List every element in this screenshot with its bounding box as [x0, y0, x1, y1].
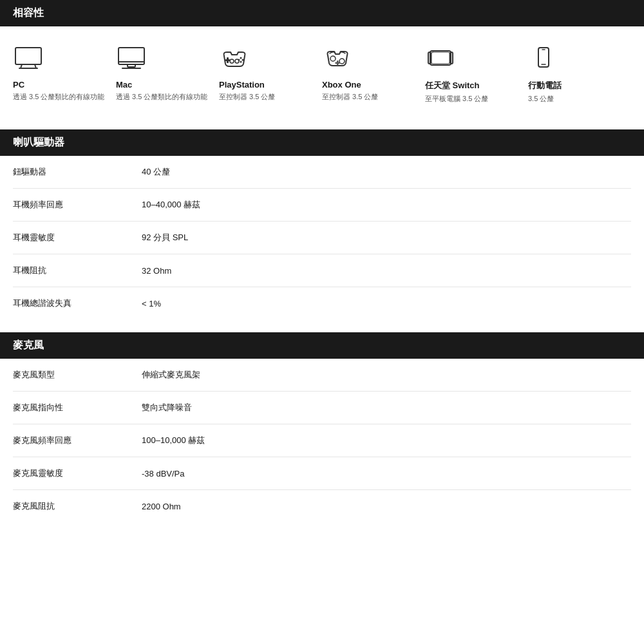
svg-point-10 [240, 57, 242, 59]
compat-desc-ps: 至控制器 3.5 公釐 [219, 92, 275, 102]
speaker-driver-section: 喇叭驅動器 鈕驅動器 40 公釐 耳機頻率回應 10–40,000 赫茲 耳機靈… [0, 129, 644, 319]
compat-name-mobile: 行動電話 [528, 80, 562, 91]
svg-point-11 [242, 59, 244, 61]
speaker-specs: 鈕驅動器 40 公釐 耳機頻率回應 10–40,000 赫茲 耳機靈敏度 92 … [0, 156, 644, 319]
compat-name-xbox: Xbox One [322, 80, 361, 90]
spec-label-driver: 鈕驅動器 [13, 166, 142, 178]
spec-value-driver: 40 公釐 [142, 166, 170, 178]
spec-value-thd: < 1% [142, 299, 161, 308]
ps-icon [219, 46, 250, 73]
svg-point-17 [339, 59, 345, 64]
microphone-header: 麥克風 [0, 332, 644, 359]
svg-rect-0 [15, 48, 41, 64]
spec-row-freq: 耳機頻率回應 10–40,000 赫茲 [13, 189, 631, 222]
compat-name-ps: PlayStation [219, 80, 265, 90]
spec-row-mic-type: 麥克風類型 伸縮式麥克風架 [13, 359, 631, 392]
spec-row-thd: 耳機總諧波失真 < 1% [13, 287, 631, 319]
compat-item-ps: PlayStation 至控制器 3.5 公釐 [219, 46, 322, 104]
compat-item-xbox: Xbox One 至控制器 3.5 公釐 [322, 46, 425, 104]
switch-icon [425, 46, 456, 73]
svg-rect-20 [430, 51, 451, 65]
spec-value-mic-type: 伸縮式麥克風架 [142, 369, 200, 381]
compat-item-mobile: 行動電話 3.5 公釐 [528, 46, 631, 104]
spec-label-mic-imp: 麥克風阻抗 [13, 500, 142, 512]
spec-label-impedance: 耳機阻抗 [13, 265, 142, 276]
mobile-icon [528, 46, 559, 73]
spec-value-mic-imp: 2200 Ohm [142, 502, 181, 511]
spec-row-sensitivity: 耳機靈敏度 92 分貝 SPL [13, 222, 631, 254]
svg-point-14 [230, 59, 234, 63]
svg-point-15 [235, 59, 239, 63]
xbox-icon [322, 46, 353, 73]
gap2 [0, 319, 644, 332]
compat-name-mac: Mac [116, 80, 132, 90]
spec-row-mic-sens: 麥克風靈敏度 -38 dBV/Pa [13, 457, 631, 490]
speaker-driver-header: 喇叭驅動器 [0, 129, 644, 156]
compatibility-header: 相容性 [0, 0, 644, 26]
mac-icon [116, 46, 147, 73]
spec-row-mic-freq: 麥克風頻率回應 100–10,000 赫茲 [13, 424, 631, 457]
compat-desc-pc: 透過 3.5 公釐類比的有線功能 [13, 92, 104, 102]
compatibility-section: 相容性 PC 透過 3.5 公釐類比的有線功能 [0, 0, 644, 117]
compat-item-switch: 任天堂 Switch 至平板電腦 3.5 公釐 [425, 46, 528, 104]
spec-label-mic-type: 麥克風類型 [13, 369, 142, 381]
compat-name-switch: 任天堂 Switch [425, 80, 480, 91]
spec-value-impedance: 32 Ohm [142, 266, 171, 276]
spec-label-freq: 耳機頻率回應 [13, 199, 142, 211]
spec-value-mic-polar: 雙向式降噪音 [142, 402, 192, 413]
compat-desc-switch: 至平板電腦 3.5 公釐 [425, 94, 488, 104]
spec-row-impedance: 耳機阻抗 32 Ohm [13, 254, 631, 287]
spec-row-mic-imp: 麥克風阻抗 2200 Ohm [13, 490, 631, 522]
spec-label-thd: 耳機總諧波失真 [13, 298, 142, 309]
spec-label-mic-freq: 麥克風頻率回應 [13, 435, 142, 446]
compat-desc-mac: 透過 3.5 公釐類比的有線功能 [116, 92, 207, 102]
spec-value-sensitivity: 92 分貝 SPL [142, 232, 188, 243]
mic-specs: 麥克風類型 伸縮式麥克風架 麥克風指向性 雙向式降噪音 麥克風頻率回應 100–… [0, 359, 644, 522]
compatibility-grid: PC 透過 3.5 公釐類比的有線功能 Mac 透過 3.5 公釐類比的有線功能 [0, 26, 644, 117]
pc-icon [13, 46, 44, 73]
compat-name-pc: PC [13, 80, 24, 90]
spec-value-freq: 10–40,000 赫茲 [142, 199, 200, 211]
spec-label-sensitivity: 耳機靈敏度 [13, 232, 142, 243]
svg-point-16 [330, 56, 336, 61]
svg-point-12 [240, 61, 242, 63]
svg-rect-19 [336, 62, 340, 64]
svg-rect-21 [431, 52, 450, 64]
compat-item-pc: PC 透過 3.5 公釐類比的有線功能 [13, 46, 116, 104]
compat-desc-xbox: 至控制器 3.5 公釐 [322, 92, 378, 102]
compat-desc-mobile: 3.5 公釐 [528, 94, 554, 104]
compat-item-mac: Mac 透過 3.5 公釐類比的有線功能 [116, 46, 219, 104]
spec-label-mic-polar: 麥克風指向性 [13, 402, 142, 413]
spec-value-mic-sens: -38 dBV/Pa [142, 469, 185, 478]
spec-value-mic-freq: 100–10,000 赫茲 [142, 435, 205, 446]
svg-rect-9 [225, 59, 230, 61]
spec-row-driver: 鈕驅動器 40 公釐 [13, 156, 631, 189]
microphone-section: 麥克風 麥克風類型 伸縮式麥克風架 麥克風指向性 雙向式降噪音 麥克風頻率回應 … [0, 332, 644, 522]
gap1 [0, 117, 644, 129]
svg-rect-6 [128, 64, 135, 67]
spec-label-mic-sens: 麥克風靈敏度 [13, 468, 142, 479]
spec-row-mic-polar: 麥克風指向性 雙向式降噪音 [13, 392, 631, 424]
